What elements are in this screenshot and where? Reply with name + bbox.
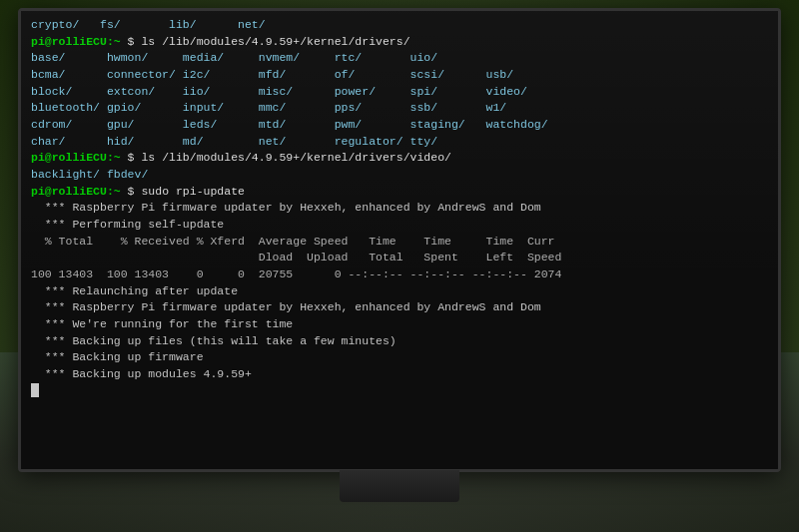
prompt-line-3: pi@rolliECU:~ $ sudo rpi-update: [31, 184, 768, 201]
prompt-1: pi@rolliECU:~: [31, 35, 121, 48]
output-line-7: *** Backing up firmware: [31, 349, 768, 366]
dir-line-2: base/ hwmon/ media/ nvmem/ rtc/ uio/: [31, 50, 768, 67]
prompt-line-2: pi@rolliECU:~ $ ls /lib/modules/4.9.59+/…: [31, 150, 768, 167]
dir-line-5: bluetooth/ gpio/ input/ mmc/ pps/ ssb/ w…: [31, 100, 768, 117]
cursor-line: [31, 383, 768, 400]
output-line-6: *** Backing up files (this will take a f…: [31, 333, 768, 350]
prompt-2: pi@rolliECU:~: [31, 151, 121, 164]
output-line-4: *** Raspberry Pi firmware updater by Hex…: [31, 299, 768, 316]
dir-line-4: block/ extcon/ iio/ misc/ power/ spi/ vi…: [31, 84, 768, 101]
monitor: crypto/ fs/ lib/ net/ pi@rolliECU:~ $ ls…: [18, 8, 781, 472]
progress-data: 100 13403 100 13403 0 0 20755 0 --:--:--…: [31, 266, 768, 283]
output-line-1: *** Raspberry Pi firmware updater by Hex…: [31, 200, 768, 217]
cmd-2: $ ls /lib/modules/4.9.59+/kernel/drivers…: [121, 151, 451, 164]
output-line-5: *** We're running for the first time: [31, 316, 768, 333]
terminal-screen[interactable]: crypto/ fs/ lib/ net/ pi@rolliECU:~ $ ls…: [21, 11, 778, 469]
progress-header-2: Dload Upload Total Spent Left Speed: [31, 250, 768, 266]
monitor-stand: [340, 470, 459, 502]
dir-line-0: crypto/ fs/ lib/ net/: [31, 17, 768, 34]
output-line-3: *** Relaunching after update: [31, 283, 768, 300]
prompt-line-1: pi@rolliECU:~ $ ls /lib/modules/4.9.59+/…: [31, 34, 768, 51]
prompt-3: pi@rolliECU:~: [31, 185, 121, 198]
photo-frame: crypto/ fs/ lib/ net/ pi@rolliECU:~ $ ls…: [0, 0, 799, 532]
terminal-cursor: [31, 383, 39, 397]
output-line-8: *** Backing up modules 4.9.59+: [31, 366, 768, 383]
cmd-3: $ sudo rpi-update: [121, 185, 245, 198]
progress-header-1: % Total % Received % Xferd Average Speed…: [31, 234, 768, 251]
cmd-1: $ ls /lib/modules/4.9.59+/kernel/drivers…: [121, 35, 410, 48]
dir-line-7: char/ hid/ md/ net/ regulator/ tty/: [31, 134, 768, 151]
dir-line-6: cdrom/ gpu/ leds/ mtd/ pwm/ staging/ wat…: [31, 117, 768, 134]
output-line-2: *** Performing self-update: [31, 217, 768, 234]
dir-line-video: backlight/ fbdev/: [31, 167, 768, 184]
dir-line-3: bcma/ connector/ i2c/ mfd/ of/ scsi/ usb…: [31, 67, 768, 84]
